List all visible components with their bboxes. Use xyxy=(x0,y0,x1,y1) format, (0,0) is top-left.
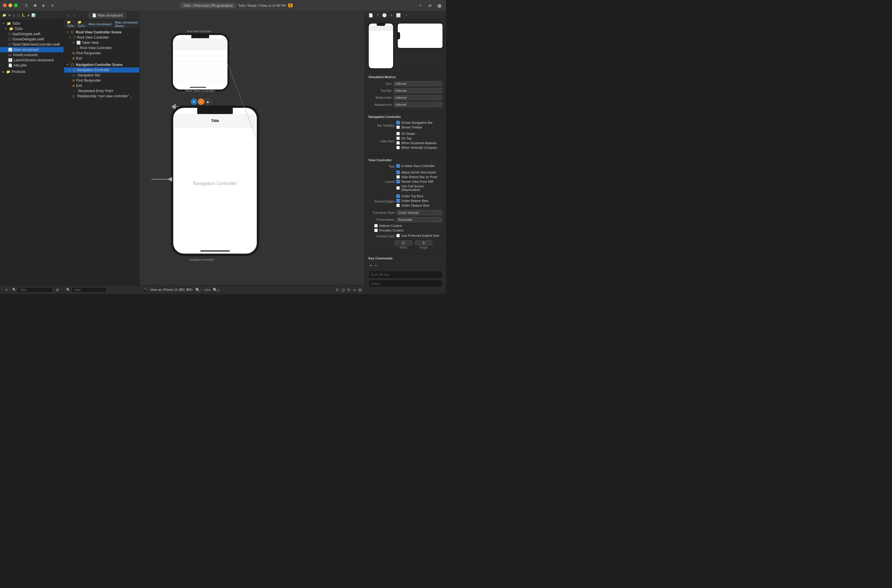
nav-debug-btn[interactable]: 🐛 xyxy=(21,14,25,17)
file-filter-input[interactable] xyxy=(17,287,52,292)
pause-btn[interactable]: ⏸ xyxy=(49,2,56,8)
todo-group[interactable]: ▼ 📁 ToDo xyxy=(0,26,64,32)
rp-quickhelp-btn[interactable]: ? xyxy=(375,12,380,18)
run-btn[interactable]: ▶ xyxy=(40,2,47,8)
split-btn[interactable]: ⇄ xyxy=(427,3,433,8)
sidebar-toggle-btn[interactable]: ☰ xyxy=(23,2,30,8)
bc-todo2[interactable]: 📁 ToDo xyxy=(78,20,85,28)
on-tap-cb[interactable] xyxy=(396,136,400,140)
width-input[interactable] xyxy=(394,240,412,246)
nav-source-btn[interactable]: ⊕ xyxy=(8,14,11,17)
adjust-scroll-cb[interactable] xyxy=(396,171,400,174)
bottombar-select[interactable]: Inferred xyxy=(393,95,442,100)
nav-breakpoint-btn[interactable]: ◈ xyxy=(27,14,30,17)
bc-storyboard[interactable]: Main.storyboard xyxy=(88,22,112,26)
presentation-select-wrapper[interactable]: Automatic xyxy=(396,217,442,222)
view-as-label[interactable]: View as: iPhone 11 (⌘C ⌘R) xyxy=(150,288,192,292)
relationship-item[interactable]: ⊙ Relationship "root view controller"... xyxy=(64,93,139,99)
tableview-rvc[interactable]: ◁ Root View Controller xyxy=(64,45,139,51)
minimize-button[interactable] xyxy=(8,3,12,7)
taskstablevc-item[interactable]: ⬡ TasksTableViewController.swift xyxy=(0,42,64,47)
transition-select-wrapper[interactable]: Cover Vertical xyxy=(396,210,442,215)
mainstoryboard-item[interactable]: ⬜ Main.storyboard xyxy=(0,47,64,52)
embed-btn[interactable]: ⊞ xyxy=(358,288,362,292)
rvc-exit[interactable]: ⊗ Exit xyxy=(64,56,139,61)
add-btn[interactable]: ＋ xyxy=(417,2,424,9)
topbar-select-wrapper[interactable]: Inferred xyxy=(393,88,442,93)
stop-btn[interactable]: ⏹ xyxy=(31,2,39,8)
zoom-in-btn[interactable]: 🔍+ xyxy=(213,288,220,292)
navbar-item[interactable]: ▭ Navigation Bar xyxy=(64,73,139,78)
tableview-item[interactable]: ▼ ⬜ Table View xyxy=(64,40,139,45)
rp-size-btn[interactable]: ⬜ xyxy=(395,12,402,18)
under-bottom-cb[interactable] xyxy=(396,199,400,202)
use-preferred-cb[interactable] xyxy=(396,234,400,237)
size-select[interactable]: Inferred xyxy=(393,81,442,86)
is-initial-vc-cb[interactable] xyxy=(396,164,400,168)
nav-firstresponder[interactable]: ⊕ First Responder xyxy=(64,78,139,83)
device-rotate-btn[interactable]: ⟳ xyxy=(347,288,351,292)
topbar-select[interactable]: Inferred xyxy=(393,88,442,93)
on-swipe-cb[interactable] xyxy=(396,132,400,135)
scenedelegate-item[interactable]: ⬡ SceneDelegate.swift xyxy=(0,37,64,42)
appearance-select[interactable]: Inferred xyxy=(393,102,442,107)
add-constraint-btn[interactable]: ∞ xyxy=(353,288,356,292)
nav-scene-header[interactable]: ▼ ⬡ Navigation Controller Scene xyxy=(64,62,139,68)
add-file-btn[interactable]: ＋ xyxy=(2,286,10,294)
resize-view-cb[interactable] xyxy=(396,180,400,183)
defines-context-cb[interactable] xyxy=(374,224,378,228)
maximize-button[interactable] xyxy=(14,3,18,7)
rvc-item[interactable]: ▼ ⬡ Root View Controller xyxy=(64,35,139,40)
bc-base[interactable]: Main.storyboard (Base) xyxy=(115,21,138,28)
infoplist-item[interactable]: 📄 Info.plist xyxy=(0,63,64,68)
use-fullscreen-cb[interactable] xyxy=(396,186,400,190)
when-keyboard-cb[interactable] xyxy=(396,141,400,145)
bottombar-select-wrapper[interactable]: Inferred xyxy=(393,95,442,100)
shows-toolbar-cb[interactable] xyxy=(396,126,400,129)
under-opaque-cb[interactable] xyxy=(396,204,400,207)
appdelegate-item[interactable]: ⬡ AppDelegate.swift xyxy=(0,32,64,37)
presentation-select[interactable]: Automatic xyxy=(396,217,442,222)
rp-attributes-btn[interactable]: ≡ xyxy=(389,12,394,18)
appearance-select-wrapper[interactable]: Inferred xyxy=(393,102,442,107)
close-button[interactable] xyxy=(3,3,7,7)
shows-navbar-cb[interactable] xyxy=(396,121,400,124)
storyboard-entry[interactable]: → Storyboard Entry Point xyxy=(64,88,139,93)
nav-folder-btn[interactable]: 📁 xyxy=(2,14,6,17)
add-key-btn[interactable]: ＋ xyxy=(369,262,373,268)
nav-test-btn[interactable]: ◻ xyxy=(17,14,20,17)
rp-connections-btn[interactable]: → xyxy=(403,12,409,18)
warning-badge[interactable]: 1 xyxy=(288,3,293,7)
nav-exit[interactable]: ⊗ Exit xyxy=(64,83,139,88)
navcontroller-item[interactable]: ▼ ◎ Navigation Controller xyxy=(64,68,139,73)
rp-history-btn[interactable]: 🕐 xyxy=(381,12,388,18)
height-input[interactable] xyxy=(415,240,432,246)
zoom-out-btn[interactable]: 🔍− xyxy=(195,288,202,292)
panel-toggle-btn[interactable]: ▦ xyxy=(436,3,443,8)
filter-options-btn[interactable]: ⊕ xyxy=(54,287,61,293)
transition-select[interactable]: Cover Vertical xyxy=(396,210,442,215)
storyboard-tab[interactable]: 📄 Main.storyboard xyxy=(88,12,126,19)
nav-report-btn[interactable]: 📊 xyxy=(31,14,36,17)
provides-context-cb[interactable] xyxy=(374,229,378,232)
rp-file-btn[interactable]: 📄 xyxy=(367,12,374,18)
rvc-scene-header[interactable]: ▼ ⬡ Root View Controller Scene xyxy=(64,30,139,35)
launchscreen-item[interactable]: ⬜ LaunchScreen.storyboard xyxy=(0,57,64,63)
size-select-wrapper[interactable]: Inferred xyxy=(393,81,442,86)
scene-toolbar-forward[interactable]: › xyxy=(72,12,77,18)
device-selector-btn[interactable]: 📱 xyxy=(142,288,147,292)
assets-item[interactable]: 🗂 Assets.xcassets xyxy=(0,52,64,57)
canvas-content[interactable]: Root View Controller Root View Controlle… xyxy=(139,11,365,285)
preview-btn[interactable]: ⊡ xyxy=(342,288,345,292)
tree-root[interactable]: ▼ 📁 ToDo xyxy=(0,21,64,26)
when-compact-cb[interactable] xyxy=(396,146,400,149)
products-group[interactable]: ▶ 📁 Products xyxy=(0,69,64,74)
under-top-cb[interactable] xyxy=(396,194,400,198)
hide-bottom-cb[interactable] xyxy=(396,175,400,178)
scene-toolbar-back[interactable]: ‹ xyxy=(66,12,71,18)
scene-filter-input[interactable] xyxy=(72,287,106,292)
nav-warning-btn[interactable]: ⚠ xyxy=(12,14,15,17)
scheme-selector[interactable]: ToDo › iPod touch (7th generation) xyxy=(180,3,236,8)
bc-todo[interactable]: 📁 ToDo xyxy=(67,20,74,28)
refresh-btn[interactable]: ↻ xyxy=(336,288,339,292)
